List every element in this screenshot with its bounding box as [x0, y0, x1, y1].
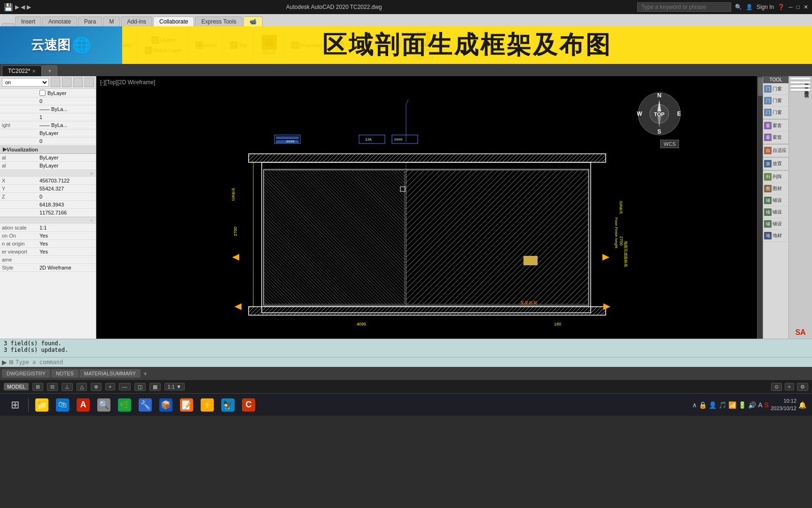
- tool-menjian3[interactable]: 门 门窗: [763, 107, 789, 119]
- properties-btn[interactable]: ≡ Properties: [289, 41, 325, 49]
- utilities-btn[interactable]: 🔧 Utilities: [374, 41, 403, 49]
- bottom-tab-notes[interactable]: NOTES: [51, 369, 78, 378]
- account-icon[interactable]: 👤: [746, 4, 753, 10]
- layers-btn[interactable]: ⊟ Layers: [149, 36, 177, 44]
- tray-icon-sa[interactable]: S: [765, 401, 769, 409]
- signin-btn[interactable]: Sign In: [757, 4, 774, 10]
- ribbon-tab-home[interactable]: [2, 23, 14, 26]
- ribbon-tab-insert[interactable]: Insert: [15, 16, 41, 26]
- tool-fangzhi[interactable]: 放 放置: [763, 158, 789, 170]
- command-input[interactable]: [16, 359, 810, 365]
- model-btn[interactable]: MODEL: [4, 383, 29, 390]
- taskbar-plugin4[interactable]: 📝: [177, 396, 196, 414]
- start-btn[interactable]: ⊞: [6, 396, 24, 414]
- tray-icon-3[interactable]: 👤: [709, 401, 717, 409]
- doc-tab-close[interactable]: ✕: [32, 69, 36, 74]
- tray-icon-2[interactable]: 🔒: [699, 401, 707, 409]
- ortho-btn[interactable]: ⊥: [62, 383, 73, 391]
- frp-label-1[interactable]: 结构标高: [790, 77, 811, 80]
- table-btn[interactable]: ⊞ Table: [109, 41, 133, 49]
- settings-btn[interactable]: ⚙: [797, 383, 808, 391]
- selection-btn[interactable]: ▦: [149, 383, 161, 391]
- taskbar-search[interactable]: 🔍: [94, 396, 113, 414]
- block-btn[interactable]: ⬛ Block: [259, 34, 280, 56]
- frp-label-4[interactable]: 区域剖面: [790, 88, 811, 91]
- lp-btn-3[interactable]: ≡: [73, 78, 83, 87]
- tool-pushe2[interactable]: 铺 铺设: [763, 206, 789, 218]
- lp-collapse[interactable]: ▼: [85, 78, 94, 87]
- help-icon[interactable]: ❓: [778, 4, 785, 10]
- tray-icon-8[interactable]: A: [758, 401, 762, 409]
- tray-icon-7[interactable]: 🔊: [748, 401, 756, 409]
- bottom-tab-add[interactable]: +: [141, 370, 149, 377]
- search-input[interactable]: [637, 2, 731, 12]
- lp-checkbox-bylayer[interactable]: [39, 90, 46, 96]
- doc-tab-add[interactable]: +: [42, 65, 57, 76]
- ribbon-tab-collaborate[interactable]: Collaborate: [153, 16, 194, 26]
- tool-tucai[interactable]: 图 图材: [763, 183, 789, 195]
- search-icon[interactable]: 🔍: [735, 4, 742, 10]
- match-layer-btn[interactable]: ≡ Match Layer: [143, 46, 184, 55]
- lp-btn-1[interactable]: ⊕: [51, 78, 60, 87]
- text-btn[interactable]: A Text: [38, 34, 59, 56]
- close-btn[interactable]: ✕: [804, 4, 808, 10]
- frp-label-3[interactable]: 地面完成标高: [790, 85, 811, 87]
- insert-btn[interactable]: 📥 Insert: [194, 41, 219, 49]
- tray-notification[interactable]: 🔔: [798, 401, 806, 409]
- bottom-tab-dwgregistry[interactable]: DWGREGISTRY: [2, 369, 50, 378]
- taskbar-autocad[interactable]: A: [74, 396, 93, 414]
- lp-expand2[interactable]: ▼: [0, 217, 96, 224]
- polar-btn[interactable]: △: [77, 383, 87, 391]
- grid-btn[interactable]: ⊞: [32, 383, 43, 391]
- taskbar-files[interactable]: 📁: [32, 396, 51, 414]
- taskbar-plugin5[interactable]: ⚡: [198, 396, 217, 414]
- bottom-tab-materialsummary[interactable]: MATERIALSUMMARY: [79, 369, 141, 378]
- viewport-scrollbar[interactable]: [757, 76, 763, 339]
- tool-zishiying[interactable]: 自 自适应: [763, 145, 789, 157]
- paste-btn[interactable]: 📋 Paste: [413, 31, 434, 53]
- dimension-btn[interactable]: ↔ Dimension: [69, 34, 99, 56]
- snap-btn[interactable]: ⊟: [47, 383, 58, 391]
- lineweight-btn[interactable]: —: [119, 383, 131, 390]
- transparency-btn[interactable]: ◫: [134, 383, 146, 391]
- tray-icon-5[interactable]: 📶: [728, 401, 736, 409]
- tool-chuangtao2[interactable]: 窗 窗套: [763, 132, 789, 143]
- lp-section-viz[interactable]: ▶ Visualization: [0, 145, 96, 154]
- cad-viewport[interactable]: [-][Top][2D Wireframe]: [96, 76, 763, 339]
- ribbon-tab-plugin[interactable]: 📹: [243, 16, 263, 26]
- anno-scale[interactable]: 1:1 ▼: [164, 383, 185, 390]
- tray-icon-6[interactable]: 🔋: [738, 401, 746, 409]
- tool-dicai[interactable]: 地 地材: [763, 230, 789, 242]
- taskbar-plugin3[interactable]: 📦: [156, 396, 175, 414]
- tray-icon-4[interactable]: 🎵: [718, 401, 726, 409]
- groups-btn[interactable]: ▦ Groups: [335, 41, 364, 49]
- minimize-btn[interactable]: ─: [789, 4, 793, 10]
- osnap-btn[interactable]: ⊕: [91, 383, 102, 391]
- tool-pushe1[interactable]: 铺 铺设: [763, 195, 789, 206]
- maximize-btn[interactable]: □: [796, 4, 800, 10]
- taskbar-plugin1[interactable]: 🌿: [115, 396, 134, 414]
- circle-btn[interactable]: ⬤ Circle: [8, 31, 28, 53]
- otrack-btn[interactable]: +: [105, 383, 115, 390]
- ribbon-tab-express[interactable]: Express Tools: [195, 16, 242, 26]
- zoom-to-fit[interactable]: ⊙: [771, 383, 782, 391]
- lp-btn-2[interactable]: ✚: [62, 78, 71, 87]
- tool-pushe3[interactable]: 铺 铺设: [763, 218, 789, 230]
- taskbar-plugin7[interactable]: C: [239, 396, 258, 414]
- taskbar-plugin2[interactable]: 🔧: [136, 396, 155, 414]
- ribbon-tab-para[interactable]: Para: [78, 16, 102, 26]
- ribbon-tab-annotate[interactable]: Annotate: [42, 16, 77, 26]
- tool-chuangtao1[interactable]: 窗 窗套: [763, 120, 789, 132]
- tool-menjian1[interactable]: 门 门窗: [763, 83, 789, 95]
- taskbar-store[interactable]: 🛍: [53, 396, 72, 414]
- doc-tab-tc2022[interactable]: TC2022* ✕: [2, 65, 42, 76]
- ribbon-tab-addins[interactable]: Add-ins: [121, 16, 152, 26]
- zoom-in[interactable]: +: [785, 383, 794, 390]
- tool-liezheng[interactable]: 列 列阵: [763, 171, 789, 183]
- taskbar-clock[interactable]: 10:12 2023/10/12: [771, 397, 796, 412]
- tray-icon-1[interactable]: ∧: [692, 401, 697, 409]
- wcs-label[interactable]: WCS: [660, 140, 679, 148]
- lp-dropdown[interactable]: on: [2, 78, 49, 87]
- tool-menjian2[interactable]: 门 门窗: [763, 95, 789, 107]
- taskbar-plugin6[interactable]: 🦅: [219, 396, 237, 414]
